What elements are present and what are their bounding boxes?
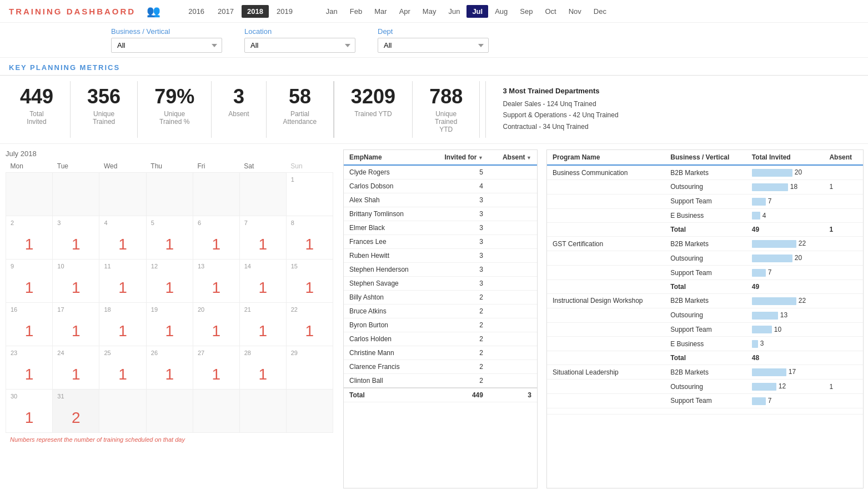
cal-cell: 121 — [146, 260, 193, 303]
users-icon: 👥 — [147, 4, 160, 18]
metric-value-3: 3 — [233, 86, 244, 108]
month-tab-Jul[interactable]: Jul — [466, 5, 488, 18]
cal-event-count: 1 — [212, 236, 221, 253]
year-tab-2017[interactable]: 2017 — [212, 5, 239, 18]
cal-day-number: 24 — [57, 350, 64, 356]
cal-event-count: 1 — [25, 366, 34, 383]
cal-event-count: 1 — [25, 409, 34, 427]
cal-day-number: 25 — [104, 350, 111, 356]
emp-cell-name: Christine Mann — [344, 346, 429, 360]
prog-row: Outsouring121 — [547, 380, 863, 394]
cal-cell: 161 — [6, 303, 53, 346]
prog-total-row: Total48 — [547, 351, 863, 365]
emp-total-invited: 449 — [429, 388, 489, 402]
cal-cell: 21 — [6, 216, 53, 260]
prog-name — [547, 266, 665, 280]
cal-cell — [53, 173, 99, 216]
prog-invited: 3 — [746, 337, 824, 351]
cal-event-count: 1 — [118, 366, 127, 383]
emp-cell-absent — [489, 374, 537, 388]
cal-cell — [286, 390, 333, 433]
emp-row: Alex Shah3 — [344, 193, 537, 207]
year-tab-2016[interactable]: 2016 — [183, 5, 210, 18]
prog-absent — [824, 293, 863, 308]
cal-event-count: 1 — [118, 236, 127, 253]
emp-cell-invited: 2 — [429, 332, 489, 346]
month-tab-Aug[interactable]: Aug — [489, 5, 513, 18]
cal-day-number: 4 — [104, 219, 107, 226]
emp-cell-invited: 2 — [429, 318, 489, 332]
cal-cell: 31 — [53, 216, 99, 260]
cal-cell — [146, 390, 193, 433]
prog-col-0: Program Name — [547, 150, 665, 165]
month-tab-May[interactable]: May — [417, 5, 442, 18]
month-tab-Apr[interactable]: Apr — [394, 5, 416, 18]
filter-select-1[interactable]: All — [244, 38, 355, 53]
prog-invited: 12 — [746, 380, 824, 394]
prog-name — [547, 337, 665, 351]
cal-day-number: 17 — [57, 306, 64, 313]
month-tab-Oct[interactable]: Oct — [539, 5, 561, 18]
emp-col-2: Absent — [489, 150, 537, 165]
filter-group-0: Business / VerticalAll — [111, 27, 222, 53]
emp-row: Brittany Tomlinson3 — [344, 207, 537, 221]
emp-cell-name: Elmer Black — [344, 221, 429, 235]
filter-select-0[interactable]: All — [111, 38, 222, 53]
filter-group-1: LocationAll — [244, 27, 355, 53]
prog-name — [547, 322, 665, 337]
cal-cell: 81 — [286, 216, 333, 260]
cal-cell: 91 — [6, 260, 53, 303]
filter-group-2: DeptAll — [378, 27, 489, 53]
cal-day-number: 8 — [291, 219, 294, 226]
cal-day-number: 14 — [244, 263, 251, 270]
emp-cell-invited: 2 — [429, 291, 489, 305]
cal-dow-fri: Fri — [193, 160, 239, 173]
emp-row: Stephen Savage3 — [344, 277, 537, 291]
prog-row: Outsouring181 — [547, 180, 863, 194]
month-tab-Sep[interactable]: Sep — [514, 5, 538, 18]
cal-cell: 181 — [99, 303, 146, 346]
cal-event-count: 1 — [212, 322, 221, 340]
cal-cell: 191 — [146, 303, 193, 346]
cal-day-number: 9 — [11, 263, 14, 270]
emp-cell-invited: 3 — [429, 235, 489, 249]
cal-cell — [6, 173, 53, 216]
cal-event-count: 1 — [258, 322, 267, 340]
emp-cell-invited: 2 — [429, 346, 489, 360]
year-tab-2019[interactable]: 2019 — [271, 5, 298, 18]
cal-event-count: 1 — [72, 322, 81, 340]
prog-absent: 1 — [824, 180, 863, 194]
month-tab-Mar[interactable]: Mar — [369, 5, 392, 18]
prog-vertical: Outsouring — [665, 308, 746, 322]
filter-select-2[interactable]: All — [378, 38, 489, 53]
prog-vertical: E Business — [665, 208, 746, 223]
prog-invited: 7 — [746, 393, 824, 408]
top-dept-item: Contractual - 34 Unq Trained — [503, 121, 848, 132]
emp-cell-absent — [489, 291, 537, 305]
prog-row: Business CommunicationB2B Markets20 — [547, 165, 863, 179]
prog-name: Instructional Design Workshop — [547, 293, 665, 308]
prog-vertical: Support Team — [665, 194, 746, 208]
prog-name — [547, 251, 665, 266]
cal-cell: 301 — [6, 390, 53, 433]
month-tab-Feb[interactable]: Feb — [344, 5, 368, 18]
prog-invited: 20 — [746, 165, 824, 179]
prog-col-3: Absent — [824, 150, 863, 165]
emp-row: Billy Ashton2 — [344, 291, 537, 305]
cal-dow-wed: Wed — [99, 160, 146, 173]
header: TRAINING DASHBAORD 👥 2016201720182019 Ja… — [0, 0, 868, 23]
month-tab-Jan[interactable]: Jan — [320, 5, 343, 18]
prog-row: Situational LeadershipB2B Markets17 — [547, 365, 863, 380]
prog-col-2: Total Invited — [746, 150, 824, 165]
month-tab-Dec[interactable]: Dec — [588, 5, 612, 18]
prog-name — [547, 308, 665, 322]
prog-invited: 18 — [746, 180, 824, 194]
top-dept-item: Support & Operations - 42 Unq Trained — [503, 109, 848, 121]
emp-row: Clyde Rogers5 — [344, 165, 537, 179]
month-tab-Nov[interactable]: Nov — [563, 5, 587, 18]
prog-absent — [824, 365, 863, 380]
year-tab-2018[interactable]: 2018 — [242, 5, 269, 18]
cal-day-number: 27 — [198, 350, 204, 356]
emp-table: EmpNameInvited forAbsent Clyde Rogers5Ca… — [344, 150, 537, 402]
month-tab-Jun[interactable]: Jun — [443, 5, 465, 18]
